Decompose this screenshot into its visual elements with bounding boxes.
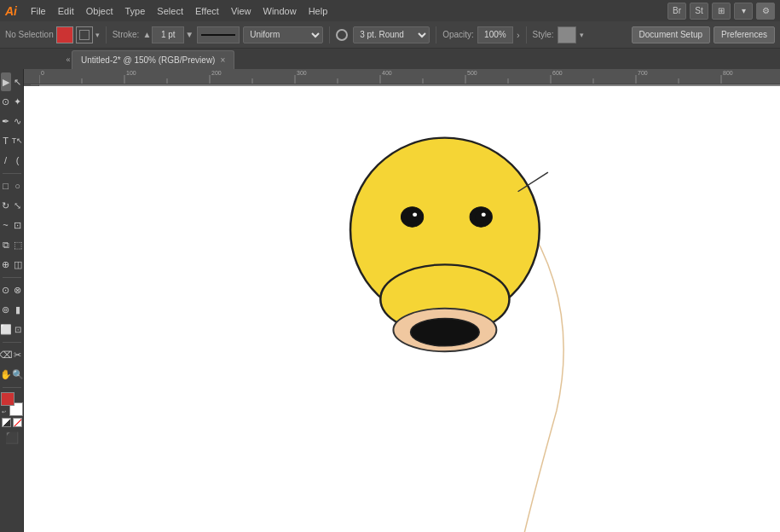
shape-builder-tool[interactable]: ⧉ bbox=[1, 235, 11, 254]
perspective-tool[interactable]: ⬚ bbox=[13, 235, 23, 254]
arc-tool[interactable]: ( bbox=[13, 151, 23, 170]
menu-type[interactable]: Type bbox=[120, 4, 151, 18]
svg-text:100: 100 bbox=[126, 70, 136, 76]
rect-tools-row: □ ○ bbox=[1, 176, 23, 195]
gradient-tool[interactable]: ◫ bbox=[13, 255, 23, 274]
stroke-line-selector[interactable] bbox=[197, 26, 240, 43]
selection-label: No Selection bbox=[5, 30, 54, 39]
document-setup-button[interactable]: Document Setup bbox=[632, 26, 711, 43]
toolbar-separator-4 bbox=[3, 387, 21, 388]
gradient-icon[interactable] bbox=[2, 418, 11, 427]
artboard-tool[interactable]: ⬜ bbox=[1, 320, 11, 338]
none-color-icon[interactable] bbox=[13, 418, 22, 427]
scale-tool[interactable]: ⤡ bbox=[13, 196, 23, 215]
tab-scroll-left[interactable]: « bbox=[65, 50, 72, 69]
stroke-down-arrow[interactable]: ▼ bbox=[185, 30, 194, 39]
line-tool[interactable]: / bbox=[1, 151, 11, 170]
eraser-tool[interactable]: ⌫ bbox=[1, 345, 11, 364]
warp-tool[interactable]: ~ bbox=[1, 216, 11, 234]
svg-text:600: 600 bbox=[552, 70, 563, 76]
change-screen-mode-button[interactable]: ⬛ bbox=[3, 430, 21, 445]
svg-text:800: 800 bbox=[723, 70, 733, 76]
menu-window[interactable]: Window bbox=[258, 4, 302, 18]
stroke-input[interactable] bbox=[152, 26, 184, 43]
tab-bar: « Untitled-2* @ 150% (RGB/Preview) × bbox=[0, 49, 780, 69]
builder-tools-row: ⧉ ⬚ bbox=[1, 235, 23, 254]
svg-point-48 bbox=[407, 211, 419, 223]
change-screen-mode-row: ⬛ bbox=[3, 430, 21, 445]
column-graph-tool[interactable]: ▮ bbox=[13, 300, 23, 319]
stroke-label: Stroke: bbox=[113, 30, 140, 39]
style-arrow[interactable]: ▾ bbox=[580, 31, 584, 39]
menu-select[interactable]: Select bbox=[152, 4, 188, 18]
opacity-expand-icon[interactable]: › bbox=[517, 30, 520, 40]
menu-edit[interactable]: Edit bbox=[53, 4, 79, 18]
canvas-area[interactable]: 0 100 200 300 400 500 600 bbox=[24, 69, 780, 532]
lasso-tools-row: ⊙ ✦ bbox=[1, 92, 23, 111]
ellipse-tool[interactable]: ○ bbox=[13, 176, 23, 195]
style-label: Style: bbox=[533, 30, 554, 39]
warp-tools-row: ~ ⊡ bbox=[1, 216, 23, 234]
color-swatches[interactable]: ↩ bbox=[1, 392, 23, 416]
ruler-horizontal: 0 100 200 300 400 500 600 bbox=[24, 69, 780, 84]
options-bar: No Selection ▾ Stroke: ▲ ▼ Uniform Width… bbox=[0, 21, 780, 49]
brush-select[interactable]: 3 pt. Round 1 pt. Round bbox=[353, 26, 430, 43]
bridge-icon[interactable]: Br bbox=[667, 3, 686, 20]
svg-text:300: 300 bbox=[297, 70, 307, 76]
style-preview[interactable] bbox=[558, 26, 576, 43]
menu-object[interactable]: Object bbox=[81, 4, 118, 18]
menu-view[interactable]: View bbox=[226, 4, 257, 18]
pen-tool[interactable]: ✒ bbox=[1, 112, 11, 130]
tab-close-button[interactable]: × bbox=[220, 55, 225, 65]
shape-tools-row1: / ( bbox=[1, 151, 23, 170]
stock-icon[interactable]: St bbox=[690, 3, 708, 20]
direct-select-tool[interactable]: ↖ bbox=[13, 72, 23, 91]
eraser-tools-row: ⌫ ✂ bbox=[1, 345, 23, 364]
stroke-swatch[interactable] bbox=[76, 26, 93, 43]
color-mode-row bbox=[2, 418, 22, 427]
document-tab[interactable]: Untitled-2* @ 150% (RGB/Preview) × bbox=[72, 50, 234, 69]
svg-point-52 bbox=[482, 212, 486, 217]
canvas-background bbox=[24, 86, 780, 532]
magic-wand-tool[interactable]: ✦ bbox=[13, 92, 23, 111]
curvature-tool[interactable]: ∿ bbox=[13, 112, 23, 130]
menu-file[interactable]: File bbox=[26, 4, 51, 18]
opacity-input[interactable] bbox=[477, 26, 513, 43]
app-switcher-icons: Br St ⊞ ▾ ⚙ bbox=[667, 3, 775, 20]
toolbar-separator-2 bbox=[3, 277, 21, 278]
preferences-button[interactable]: Preferences bbox=[714, 26, 775, 43]
svg-text:500: 500 bbox=[467, 70, 477, 76]
type-tool[interactable]: T bbox=[1, 131, 11, 150]
zoom-tool[interactable]: 🔍 bbox=[13, 365, 23, 384]
hand-tool[interactable]: ✋ bbox=[1, 365, 11, 384]
stroke-up-arrow[interactable]: ▲ bbox=[142, 30, 151, 39]
touch-type-tool[interactable]: T↖ bbox=[13, 131, 23, 150]
free-transform-tool[interactable]: ⊡ bbox=[13, 216, 23, 234]
grid-icon[interactable]: ⊞ bbox=[712, 3, 731, 20]
duck-illustration bbox=[24, 103, 780, 532]
rotate-tool[interactable]: ↻ bbox=[1, 196, 11, 215]
fill-swatch[interactable] bbox=[56, 26, 73, 43]
scissors-tool[interactable]: ✂ bbox=[13, 345, 23, 364]
foreground-color-swatch[interactable] bbox=[1, 392, 14, 406]
selection-tool[interactable]: ▶ bbox=[1, 72, 11, 91]
eyedropper-tool[interactable]: ⊙ bbox=[1, 280, 11, 299]
left-toolbar: ▶ ↖ ⊙ ✦ ✒ ∿ T T↖ / ( □ ○ ↻ ⤡ ~ ⊡ bbox=[0, 69, 24, 532]
menu-effect[interactable]: Effect bbox=[190, 4, 224, 18]
blend-tool[interactable]: ⊗ bbox=[13, 280, 23, 299]
svg-text:0: 0 bbox=[41, 70, 44, 76]
tab-title: Untitled-2* @ 150% (RGB/Preview) bbox=[81, 55, 215, 65]
flame-icon[interactable]: ⚙ bbox=[756, 3, 775, 20]
symbol-tool[interactable]: ⊚ bbox=[1, 300, 11, 319]
anchor-tools-row: T T↖ bbox=[1, 131, 23, 150]
lasso-tool[interactable]: ⊙ bbox=[1, 92, 11, 111]
more-icon[interactable]: ▾ bbox=[734, 3, 753, 20]
reset-colors-icon[interactable]: ↩ bbox=[2, 408, 9, 415]
main-layout: ▶ ↖ ⊙ ✦ ✒ ∿ T T↖ / ( □ ○ ↻ ⤡ ~ ⊡ bbox=[0, 69, 780, 532]
menu-help[interactable]: Help bbox=[303, 4, 333, 18]
mesh-tool[interactable]: ⊕ bbox=[1, 255, 11, 274]
rect-tool[interactable]: □ bbox=[1, 176, 11, 195]
stroke-type-select[interactable]: Uniform Width Profile 1 bbox=[243, 26, 323, 43]
nav-tools-row: ✋ 🔍 bbox=[1, 365, 23, 384]
slice-tool[interactable]: ⊡ bbox=[13, 320, 23, 338]
